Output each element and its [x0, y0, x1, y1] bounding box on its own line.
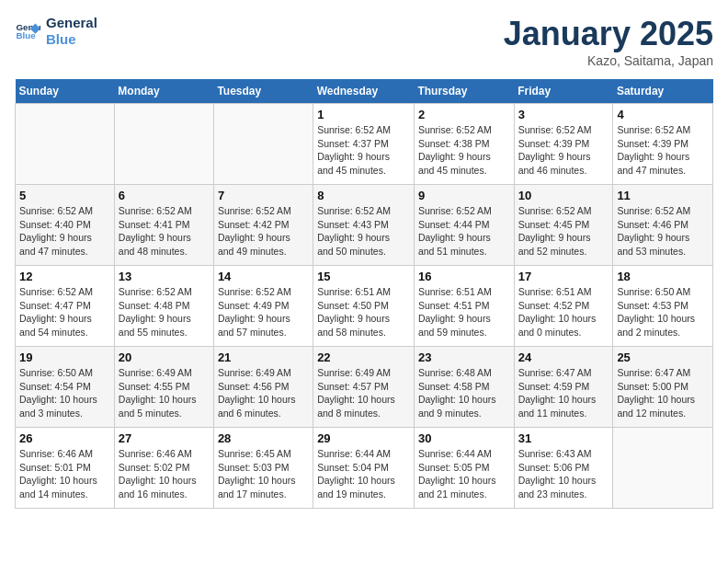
day-number: 8 [317, 189, 410, 202]
calendar-cell [613, 428, 713, 509]
day-number: 15 [317, 270, 410, 283]
day-info: Sunrise: 6:49 AM Sunset: 4:57 PM Dayligh… [317, 366, 410, 420]
calendar-cell: 28Sunrise: 6:45 AM Sunset: 5:03 PM Dayli… [213, 428, 313, 509]
calendar-cell: 15Sunrise: 6:51 AM Sunset: 4:50 PM Dayli… [313, 266, 415, 347]
day-header-friday: Friday [514, 79, 613, 104]
day-number: 30 [418, 431, 510, 445]
svg-text:Blue: Blue [16, 30, 36, 40]
day-number: 1 [317, 108, 410, 121]
calendar-table: SundayMondayTuesdayWednesdayThursdayFrid… [15, 79, 713, 509]
day-number: 24 [518, 350, 609, 364]
logo-blue: Blue [46, 31, 97, 48]
day-info: Sunrise: 6:50 AM Sunset: 4:54 PM Dayligh… [19, 366, 110, 420]
day-number: 11 [617, 189, 709, 202]
day-info: Sunrise: 6:52 AM Sunset: 4:48 PM Dayligh… [119, 285, 210, 339]
calendar-cell: 6Sunrise: 6:52 AM Sunset: 4:41 PM Daylig… [114, 185, 213, 266]
title-section: January 2025 Kazo, Saitama, Japan [504, 15, 713, 68]
day-info: Sunrise: 6:52 AM Sunset: 4:40 PM Dayligh… [19, 204, 110, 259]
calendar-title: January 2025 [504, 15, 713, 53]
logo-general: General [46, 15, 97, 31]
calendar-cell: 14Sunrise: 6:52 AM Sunset: 4:49 PM Dayli… [213, 266, 313, 347]
logo: General Blue General Blue [15, 15, 97, 48]
day-info: Sunrise: 6:52 AM Sunset: 4:38 PM Dayligh… [418, 123, 510, 178]
week-row: 12Sunrise: 6:52 AM Sunset: 4:47 PM Dayli… [16, 266, 713, 347]
day-info: Sunrise: 6:48 AM Sunset: 4:58 PM Dayligh… [418, 366, 510, 420]
calendar-cell [114, 104, 213, 185]
day-info: Sunrise: 6:44 AM Sunset: 5:05 PM Dayligh… [418, 447, 510, 501]
day-info: Sunrise: 6:46 AM Sunset: 5:02 PM Dayligh… [119, 447, 210, 501]
page-header: General Blue General Blue January 2025 K… [15, 15, 713, 68]
calendar-cell: 11Sunrise: 6:52 AM Sunset: 4:46 PM Dayli… [613, 185, 713, 266]
day-info: Sunrise: 6:52 AM Sunset: 4:45 PM Dayligh… [518, 204, 609, 259]
day-info: Sunrise: 6:51 AM Sunset: 4:52 PM Dayligh… [518, 285, 609, 339]
calendar-cell: 30Sunrise: 6:44 AM Sunset: 5:05 PM Dayli… [414, 428, 514, 509]
day-info: Sunrise: 6:52 AM Sunset: 4:39 PM Dayligh… [617, 123, 709, 178]
calendar-cell: 23Sunrise: 6:48 AM Sunset: 4:58 PM Dayli… [414, 347, 514, 428]
day-number: 26 [19, 431, 110, 445]
day-info: Sunrise: 6:47 AM Sunset: 4:59 PM Dayligh… [518, 366, 609, 420]
day-info: Sunrise: 6:51 AM Sunset: 4:50 PM Dayligh… [317, 285, 410, 339]
day-number: 13 [119, 270, 210, 283]
calendar-cell: 22Sunrise: 6:49 AM Sunset: 4:57 PM Dayli… [313, 347, 415, 428]
calendar-cell: 10Sunrise: 6:52 AM Sunset: 4:45 PM Dayli… [514, 185, 613, 266]
day-info: Sunrise: 6:52 AM Sunset: 4:39 PM Dayligh… [518, 123, 609, 178]
day-number: 9 [418, 189, 510, 202]
day-number: 18 [617, 270, 709, 283]
day-number: 17 [518, 270, 609, 283]
day-header-wednesday: Wednesday [313, 79, 415, 104]
day-number: 25 [617, 350, 709, 364]
calendar-cell [213, 104, 313, 185]
day-number: 16 [418, 270, 510, 283]
day-number: 4 [617, 108, 709, 121]
header-row: SundayMondayTuesdayWednesdayThursdayFrid… [16, 79, 713, 104]
day-header-thursday: Thursday [414, 79, 514, 104]
day-number: 20 [119, 350, 210, 364]
day-info: Sunrise: 6:52 AM Sunset: 4:44 PM Dayligh… [418, 204, 510, 259]
calendar-cell: 5Sunrise: 6:52 AM Sunset: 4:40 PM Daylig… [16, 185, 115, 266]
day-info: Sunrise: 6:52 AM Sunset: 4:43 PM Dayligh… [317, 204, 410, 259]
week-row: 1Sunrise: 6:52 AM Sunset: 4:37 PM Daylig… [16, 104, 713, 185]
day-header-saturday: Saturday [613, 79, 713, 104]
calendar-cell: 3Sunrise: 6:52 AM Sunset: 4:39 PM Daylig… [514, 104, 613, 185]
day-header-tuesday: Tuesday [213, 79, 313, 104]
calendar-cell: 8Sunrise: 6:52 AM Sunset: 4:43 PM Daylig… [313, 185, 415, 266]
day-number: 28 [218, 431, 309, 445]
calendar-cell: 26Sunrise: 6:46 AM Sunset: 5:01 PM Dayli… [16, 428, 115, 509]
week-row: 26Sunrise: 6:46 AM Sunset: 5:01 PM Dayli… [16, 428, 713, 509]
calendar-cell: 29Sunrise: 6:44 AM Sunset: 5:04 PM Dayli… [313, 428, 415, 509]
calendar-cell: 17Sunrise: 6:51 AM Sunset: 4:52 PM Dayli… [514, 266, 613, 347]
day-number: 3 [518, 108, 609, 121]
day-header-monday: Monday [114, 79, 213, 104]
day-number: 31 [518, 431, 609, 445]
logo-icon: General Blue [15, 18, 40, 44]
calendar-cell: 31Sunrise: 6:43 AM Sunset: 5:06 PM Dayli… [514, 428, 613, 509]
calendar-cell: 27Sunrise: 6:46 AM Sunset: 5:02 PM Dayli… [114, 428, 213, 509]
day-number: 23 [418, 350, 510, 364]
day-info: Sunrise: 6:52 AM Sunset: 4:42 PM Dayligh… [218, 204, 309, 259]
day-number: 12 [19, 270, 110, 283]
day-number: 2 [418, 108, 510, 121]
day-info: Sunrise: 6:49 AM Sunset: 4:55 PM Dayligh… [119, 366, 210, 420]
day-info: Sunrise: 6:46 AM Sunset: 5:01 PM Dayligh… [19, 447, 110, 501]
day-number: 19 [19, 350, 110, 364]
day-number: 14 [218, 270, 309, 283]
calendar-cell: 18Sunrise: 6:50 AM Sunset: 4:53 PM Dayli… [613, 266, 713, 347]
calendar-cell: 19Sunrise: 6:50 AM Sunset: 4:54 PM Dayli… [16, 347, 115, 428]
day-info: Sunrise: 6:45 AM Sunset: 5:03 PM Dayligh… [218, 447, 309, 501]
week-row: 19Sunrise: 6:50 AM Sunset: 4:54 PM Dayli… [16, 347, 713, 428]
day-number: 22 [317, 350, 410, 364]
day-info: Sunrise: 6:49 AM Sunset: 4:56 PM Dayligh… [218, 366, 309, 420]
day-number: 10 [518, 189, 609, 202]
day-info: Sunrise: 6:51 AM Sunset: 4:51 PM Dayligh… [418, 285, 510, 339]
day-info: Sunrise: 6:52 AM Sunset: 4:46 PM Dayligh… [617, 204, 709, 259]
day-number: 21 [218, 350, 309, 364]
day-info: Sunrise: 6:47 AM Sunset: 5:00 PM Dayligh… [617, 366, 709, 420]
day-info: Sunrise: 6:43 AM Sunset: 5:06 PM Dayligh… [518, 447, 609, 501]
calendar-cell: 4Sunrise: 6:52 AM Sunset: 4:39 PM Daylig… [613, 104, 713, 185]
calendar-cell: 2Sunrise: 6:52 AM Sunset: 4:38 PM Daylig… [414, 104, 514, 185]
calendar-cell: 25Sunrise: 6:47 AM Sunset: 5:00 PM Dayli… [613, 347, 713, 428]
day-number: 5 [19, 189, 110, 202]
day-header-sunday: Sunday [16, 79, 115, 104]
day-number: 6 [119, 189, 210, 202]
day-info: Sunrise: 6:52 AM Sunset: 4:49 PM Dayligh… [218, 285, 309, 339]
